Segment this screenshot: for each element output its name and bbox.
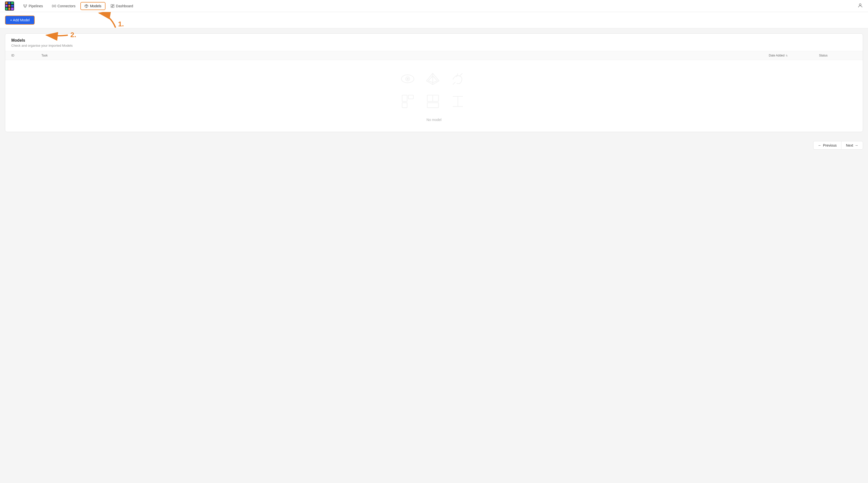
nav-models-label: Models xyxy=(90,4,101,8)
ghost-layout-icon xyxy=(399,93,416,110)
ghost-gesture-icon xyxy=(449,70,467,88)
svg-rect-33 xyxy=(402,95,407,101)
svg-rect-6 xyxy=(11,5,13,7)
svg-rect-34 xyxy=(402,103,407,108)
nav-item-connectors[interactable]: Connectors xyxy=(48,2,80,10)
ghost-eye-icon xyxy=(399,70,416,88)
models-card: Models Check and organise your imported … xyxy=(5,33,863,132)
nav-connectors-label: Connectors xyxy=(58,4,75,8)
ghost-text-icon xyxy=(449,93,467,110)
svg-rect-3 xyxy=(11,2,13,4)
table-header: ID Task Date Added ⇅ Status xyxy=(5,51,863,60)
svg-rect-11 xyxy=(26,4,27,5)
svg-rect-7 xyxy=(5,7,7,10)
svg-rect-18 xyxy=(55,5,56,7)
sort-icon: ⇅ xyxy=(786,54,787,57)
svg-rect-21 xyxy=(113,4,114,5)
svg-rect-1 xyxy=(5,2,7,4)
nav-item-models[interactable]: Models xyxy=(81,2,105,10)
svg-rect-10 xyxy=(24,4,25,5)
nav-dashboard-label: Dashboard xyxy=(116,4,133,8)
empty-text: No model xyxy=(427,118,441,122)
col-task: Task xyxy=(41,54,769,57)
nav-pipelines-label: Pipelines xyxy=(29,4,43,8)
svg-rect-22 xyxy=(111,6,112,7)
card-header: Models Check and organise your imported … xyxy=(5,34,863,51)
nav-item-pipelines[interactable]: Pipelines xyxy=(19,2,47,10)
next-label: Next xyxy=(846,143,853,148)
col-status: Status xyxy=(819,54,857,57)
pagination-bar: ← Previous Next → xyxy=(0,137,868,154)
toolbar-wrapper: + Add Model 1. 2. xyxy=(0,12,868,28)
svg-rect-4 xyxy=(5,5,7,7)
main-content: Models Check and organise your imported … xyxy=(0,28,868,137)
nav-items: Pipelines Connectors Models xyxy=(19,2,137,10)
ghost-shape-icon xyxy=(424,70,441,88)
col-id: ID xyxy=(11,54,41,57)
empty-state: No model xyxy=(5,60,863,132)
col-date-added[interactable]: Date Added ⇅ xyxy=(769,54,819,57)
svg-rect-38 xyxy=(427,103,438,108)
ghost-icons xyxy=(399,70,469,110)
previous-label: Previous xyxy=(823,143,837,148)
svg-point-24 xyxy=(859,3,861,5)
add-model-button[interactable]: + Add Model xyxy=(5,15,35,25)
svg-rect-17 xyxy=(52,5,54,7)
navbar: Pipelines Connectors Models xyxy=(0,0,868,12)
app-logo[interactable] xyxy=(5,1,14,10)
svg-rect-5 xyxy=(8,5,10,7)
svg-rect-23 xyxy=(113,6,114,7)
svg-rect-9 xyxy=(11,7,13,10)
svg-rect-35 xyxy=(408,95,413,99)
prev-arrow-icon: ← xyxy=(818,143,822,148)
user-icon[interactable] xyxy=(858,3,863,9)
card-title: Models xyxy=(11,38,857,43)
nav-item-dashboard[interactable]: Dashboard xyxy=(106,2,137,10)
svg-rect-8 xyxy=(8,7,10,10)
svg-rect-12 xyxy=(25,6,26,7)
next-arrow-icon: → xyxy=(855,143,858,148)
previous-button[interactable]: ← Previous xyxy=(813,141,841,150)
card-subtitle: Check and organise your imported Models xyxy=(11,44,857,47)
svg-rect-20 xyxy=(111,4,112,6)
next-button[interactable]: Next → xyxy=(841,141,863,150)
svg-rect-2 xyxy=(8,2,10,4)
svg-point-29 xyxy=(407,78,408,79)
toolbar: + Add Model xyxy=(0,12,868,28)
ghost-split-icon xyxy=(424,93,441,110)
add-model-label: + Add Model xyxy=(10,18,30,22)
